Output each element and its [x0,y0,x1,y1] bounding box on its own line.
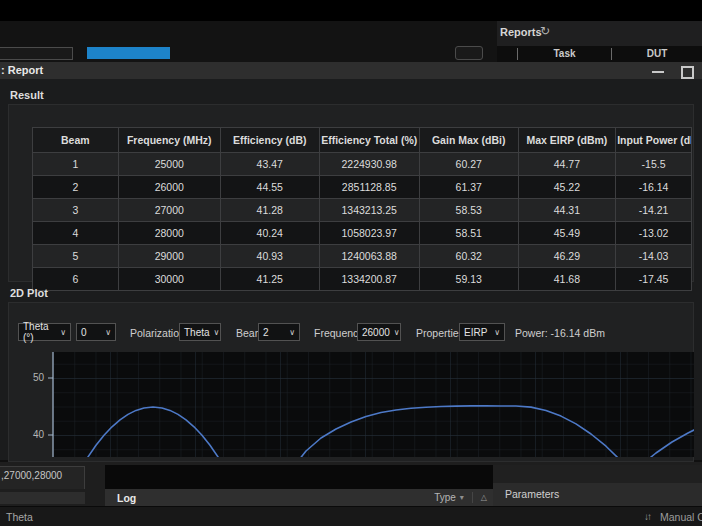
table-cell: 5 [33,245,119,268]
polarization-dropdown[interactable]: Theta ∨ [179,323,221,341]
table-cell: 4 [33,222,119,245]
plot-canvas[interactable] [46,352,694,457]
log-header: Log Type ▾ △ [105,489,493,506]
toolbar-button-left[interactable] [0,47,73,60]
chevron-down-icon: ∨ [214,328,220,337]
table-row[interactable]: 63000041.251334200.8759.1341.68-17.45 [33,268,692,291]
table-row[interactable]: 42800040.241058023.9758.5145.49-13.02 [33,222,692,245]
table-cell: -14.03 [616,245,692,268]
log-content[interactable] [105,465,493,489]
axis-type-dropdown[interactable]: Theta (°) ∨ [18,323,71,341]
parameters-header: Parameters [493,483,702,506]
column-header[interactable]: Efficiency Total (%) [319,128,419,153]
toolbar-button-right[interactable] [455,46,483,60]
panel-collapse-icon[interactable]: △ [481,493,487,502]
table-cell: 1240063.88 [319,245,419,268]
table-cell: 58.51 [419,222,518,245]
table-cell: 26000 [118,176,220,199]
properties-label: Properties [416,327,464,339]
column-header[interactable]: Input Power (dBm) [616,128,692,153]
table-cell: 1 [33,153,119,176]
table-cell: 40.93 [220,245,319,268]
beam-dropdown[interactable]: 2 ∨ [258,323,300,341]
refresh-icon[interactable]: ↻ [540,24,550,38]
status-theta-label: Theta [6,511,33,523]
table-cell: 2851128.85 [319,176,419,199]
plot-grid-major [53,352,694,457]
chevron-down-icon: ∨ [60,328,66,337]
y-tick-label: 50 [24,372,44,383]
result-section-title: Result [10,89,44,101]
table-cell: -17.45 [616,268,692,291]
table-cell: 45.49 [518,222,616,245]
tab-reports[interactable]: Reports [500,26,542,38]
adjustments-icon[interactable]: ↓↑ [644,511,650,522]
log-title: Log [117,492,136,504]
column-header[interactable]: Efficiency (dB) [220,128,319,153]
table-cell: -13.02 [616,222,692,245]
table-row[interactable]: 12500043.472224930.9860.2744.77-15.5 [33,153,692,176]
table-cell: 2 [33,176,119,199]
table-cell: 59.13 [419,268,518,291]
y-tick-label: 40 [24,429,44,440]
table-cell: 43.47 [220,153,319,176]
power-readout: Power: -16.14 dBm [515,327,605,339]
column-header[interactable]: Gain Max (dBi) [419,128,518,153]
result-table: BeamFrequency (MHz)Efficiency (dB)Effici… [32,127,692,291]
plot-section-title: 2D Plot [10,287,48,299]
column-header-dut[interactable]: DUT [612,48,702,59]
column-header[interactable]: Beam [33,128,119,153]
table-row[interactable]: 52900040.931240063.8860.3246.29-14.03 [33,245,692,268]
field-value-box[interactable]: ,27000,28000 [0,466,85,489]
table-cell: 41.28 [220,199,319,222]
table-cell: 44.31 [518,199,616,222]
table-cell: 45.22 [518,176,616,199]
window-title: : Report [1,64,43,76]
axis-value: 0 [81,327,87,338]
table-cell: 2224930.98 [319,153,419,176]
polarization-label: Polarization [130,327,185,339]
column-header[interactable]: Max EIRP (dBm) [518,128,616,153]
table-cell: -16.14 [616,176,692,199]
properties-dropdown[interactable]: EIRP ∨ [459,323,505,341]
chevron-down-icon: ∨ [394,328,400,337]
result-table-header-row: BeamFrequency (MHz)Efficiency (dB)Effici… [33,128,692,153]
table-row[interactable]: 22600044.552851128.8561.3745.22-16.14 [33,176,692,199]
frequency-value: 26000 [362,327,390,338]
axis-value-dropdown[interactable]: 0 ∨ [76,323,116,341]
table-cell: 30000 [118,268,220,291]
screen: Reports ↻ Task DUT : Report Result BeamF… [0,0,702,526]
column-header[interactable]: Frequency (MHz) [118,128,220,153]
column-header-task[interactable]: Task [518,48,611,59]
minimize-button[interactable] [652,71,664,73]
table-cell: 41.25 [220,268,319,291]
progress-bar [87,47,170,59]
polarization-value: Theta [184,327,210,338]
axis-type-value: Theta (°) [23,321,56,343]
manual-control-label[interactable]: Manual Co [660,511,702,523]
table-cell: 44.55 [220,176,319,199]
table-cell: 46.29 [518,245,616,268]
table-cell: 28000 [118,222,220,245]
table-cell: 61.37 [419,176,518,199]
toolbar-strip [0,21,497,62]
chevron-down-icon: ∨ [494,328,500,337]
table-cell: 29000 [118,245,220,268]
table-cell: -15.5 [616,153,692,176]
top-black-bar [0,0,702,21]
properties-value: EIRP [464,327,487,338]
chevron-down-icon: ▾ [460,493,464,502]
chevron-down-icon: ∨ [105,328,111,337]
status-bar [0,506,702,526]
maximize-button[interactable] [681,66,694,79]
log-type-dropdown[interactable]: Type [434,492,456,503]
table-cell: 60.32 [419,245,518,268]
table-cell: 1334200.87 [319,268,419,291]
table-cell: 40.24 [220,222,319,245]
table-cell: 3 [33,199,119,222]
table-cell: 60.27 [419,153,518,176]
beam-value: 2 [263,327,269,338]
frequency-dropdown[interactable]: 26000 ∨ [357,323,401,341]
table-cell: 25000 [118,153,220,176]
table-row[interactable]: 32700041.281343213.2558.5344.31-14.21 [33,199,692,222]
